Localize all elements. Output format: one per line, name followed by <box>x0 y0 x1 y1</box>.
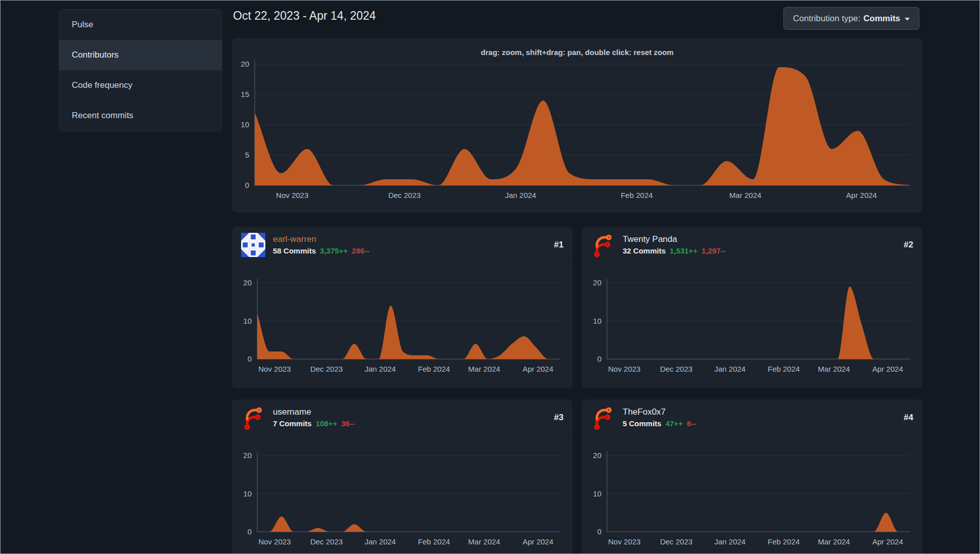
svg-text:Apr 2024: Apr 2024 <box>872 365 903 373</box>
svg-text:10: 10 <box>243 489 252 498</box>
chevron-down-icon <box>905 18 910 21</box>
forgejo-logo-icon <box>591 406 615 430</box>
svg-text:0: 0 <box>597 527 601 536</box>
svg-text:Feb 2024: Feb 2024 <box>621 191 652 199</box>
svg-text:Apr 2024: Apr 2024 <box>846 191 877 199</box>
contributor-stats: 32 Commits1,531++1,297-- <box>623 246 726 255</box>
additions-count: 47++ <box>666 419 683 428</box>
svg-text:Nov 2023: Nov 2023 <box>608 537 640 546</box>
contributor-stats: 5 Commits47++6-- <box>623 419 696 428</box>
svg-text:Dec 2023: Dec 2023 <box>388 191 421 199</box>
sidebar-item-code-frequency[interactable]: Code frequency <box>59 70 222 100</box>
svg-text:Feb 2024: Feb 2024 <box>418 365 450 373</box>
commit-count: 32 Commits <box>623 246 666 255</box>
deletions-count: 1,297-- <box>702 246 726 255</box>
svg-text:20: 20 <box>593 451 601 460</box>
svg-text:Mar 2024: Mar 2024 <box>468 537 500 546</box>
svg-text:Jan 2024: Jan 2024 <box>714 365 745 373</box>
contributor-activity-chart[interactable]: 01020Nov 2023Dec 2023Jan 2024Feb 2024Mar… <box>582 263 922 388</box>
svg-text:Feb 2024: Feb 2024 <box>768 537 800 546</box>
svg-text:20: 20 <box>241 60 249 68</box>
identicon-avatar[interactable] <box>241 233 265 257</box>
sidebar-item-contributors[interactable]: Contributors <box>59 40 222 70</box>
activity-chart-card: drag: zoom, shift+drag: pan, double clic… <box>232 38 922 213</box>
svg-text:0: 0 <box>248 355 252 363</box>
contributor-rank-badge: #3 <box>554 413 564 423</box>
contributor-card: username 7 Commits108++36-- #3 01020Nov … <box>232 399 573 554</box>
svg-text:Jan 2024: Jan 2024 <box>364 365 396 373</box>
additions-count: 1,531++ <box>670 246 697 255</box>
contributor-activity-chart[interactable]: 01020Nov 2023Dec 2023Jan 2024Feb 2024Mar… <box>582 436 922 554</box>
svg-text:10: 10 <box>593 317 601 325</box>
svg-text:5: 5 <box>245 150 249 159</box>
svg-text:Mar 2024: Mar 2024 <box>818 365 850 373</box>
contributor-name[interactable]: username <box>273 407 355 417</box>
svg-text:0: 0 <box>248 527 252 536</box>
svg-text:20: 20 <box>243 278 252 287</box>
contributor-rank-badge: #4 <box>904 413 913 423</box>
svg-text:Mar 2024: Mar 2024 <box>818 537 850 546</box>
forgejo-logo-avatar[interactable] <box>241 406 265 430</box>
contributor-name[interactable]: earl-warren <box>273 234 369 244</box>
svg-text:Nov 2023: Nov 2023 <box>276 191 308 199</box>
svg-text:0: 0 <box>597 355 601 363</box>
svg-text:10: 10 <box>241 120 249 129</box>
svg-text:Jan 2024: Jan 2024 <box>714 537 745 546</box>
svg-text:Apr 2024: Apr 2024 <box>523 537 553 546</box>
deletions-count: 6-- <box>687 419 696 428</box>
contribution-type-dropdown[interactable]: Contribution type: Commits <box>783 7 919 30</box>
svg-text:Jan 2024: Jan 2024 <box>364 537 396 546</box>
contributor-activity-chart[interactable]: 01020Nov 2023Dec 2023Jan 2024Feb 2024Mar… <box>232 263 573 388</box>
svg-text:Feb 2024: Feb 2024 <box>418 537 450 546</box>
svg-text:Jan 2024: Jan 2024 <box>505 191 536 199</box>
svg-text:Mar 2024: Mar 2024 <box>468 365 500 373</box>
contributor-rank-badge: #1 <box>554 240 564 250</box>
svg-text:Nov 2023: Nov 2023 <box>258 365 291 373</box>
svg-text:Dec 2023: Dec 2023 <box>660 365 692 373</box>
contributor-stats: 58 Commits3,375++286-- <box>273 246 369 255</box>
sidebar-item-pulse[interactable]: Pulse <box>59 10 222 40</box>
svg-text:Mar 2024: Mar 2024 <box>729 191 761 199</box>
date-range-heading: Oct 22, 2023 - Apr 14, 2024 <box>233 9 376 23</box>
svg-text:Feb 2024: Feb 2024 <box>768 365 800 373</box>
contributor-card: earl-warren 58 Commits3,375++286-- #1 01… <box>232 227 573 388</box>
activity-sidebar-menu: Pulse Contributors Code frequency Recent… <box>59 9 222 131</box>
svg-text:0: 0 <box>245 181 249 189</box>
contributor-card-header: TheFox0x7 5 Commits47++6-- #4 <box>582 399 922 436</box>
svg-text:20: 20 <box>243 451 252 460</box>
contribution-type-value: Commits <box>863 14 900 24</box>
contributor-card-header: Twenty Panda 32 Commits1,531++1,297-- #2 <box>582 227 922 263</box>
contributor-activity-chart[interactable]: 01020Nov 2023Dec 2023Jan 2024Feb 2024Mar… <box>232 436 573 554</box>
svg-text:Apr 2024: Apr 2024 <box>523 365 553 373</box>
forgejo-logo-avatar[interactable] <box>591 233 615 257</box>
contribution-type-label: Contribution type: <box>793 14 860 24</box>
contributor-name[interactable]: Twenty Panda <box>623 234 726 244</box>
svg-text:Dec 2023: Dec 2023 <box>660 537 692 546</box>
forgejo-logo-icon <box>241 406 265 430</box>
additions-count: 3,375++ <box>320 246 348 255</box>
svg-text:Nov 2023: Nov 2023 <box>258 537 291 546</box>
repo-activity-contributors-page: Pulse Contributors Code frequency Recent… <box>0 0 980 554</box>
contributor-stats: 7 Commits108++36-- <box>273 419 355 428</box>
svg-text:Apr 2024: Apr 2024 <box>872 537 903 546</box>
contributor-card: TheFox0x7 5 Commits47++6-- #4 01020Nov 2… <box>582 399 922 554</box>
commit-count: 5 Commits <box>623 419 662 428</box>
forgejo-logo-icon <box>591 233 615 257</box>
contributor-card-header: earl-warren 58 Commits3,375++286-- #1 <box>232 227 573 263</box>
commit-count: 58 Commits <box>273 246 316 255</box>
deletions-count: 286-- <box>352 246 369 255</box>
svg-text:Nov 2023: Nov 2023 <box>608 365 640 373</box>
additions-count: 108++ <box>316 419 338 428</box>
svg-text:10: 10 <box>593 489 601 498</box>
commit-count: 7 Commits <box>273 419 312 428</box>
sidebar-item-recent-commits[interactable]: Recent commits <box>59 100 222 131</box>
deletions-count: 36-- <box>341 419 355 428</box>
svg-text:15: 15 <box>241 90 249 98</box>
forgejo-logo-avatar[interactable] <box>591 406 615 430</box>
contributor-card: Twenty Panda 32 Commits1,531++1,297-- #2… <box>582 227 922 388</box>
main-activity-chart[interactable]: 05101520Nov 2023Dec 2023Jan 2024Feb 2024… <box>232 38 922 213</box>
contributor-name[interactable]: TheFox0x7 <box>623 407 696 417</box>
identicon-pattern-icon <box>241 233 265 257</box>
svg-text:10: 10 <box>243 317 252 325</box>
svg-text:Dec 2023: Dec 2023 <box>310 537 343 546</box>
